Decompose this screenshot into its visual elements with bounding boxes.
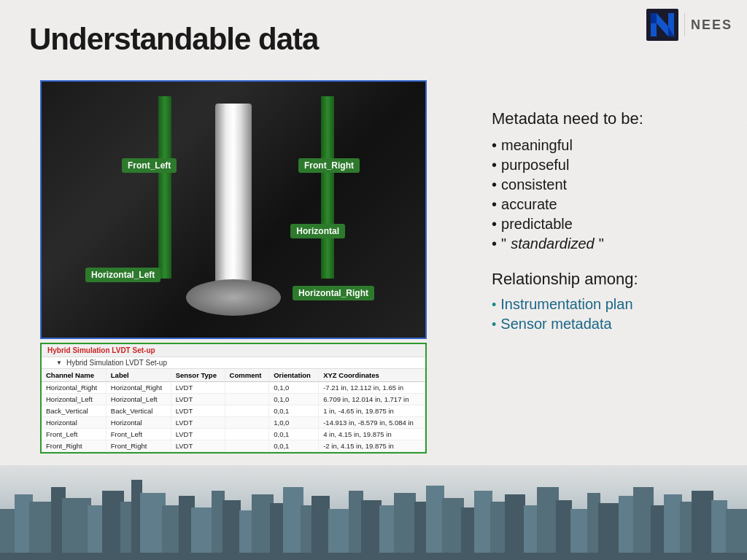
svg-rect-34	[461, 508, 476, 560]
svg-rect-38	[524, 505, 538, 560]
relationship-heading: Relationship among:	[492, 270, 718, 289]
table-cell-5-3	[225, 440, 269, 452]
link-instrumentation[interactable]: • Instrumentation plan	[492, 296, 718, 313]
table-cell-3-5: -14.913 in, -8.579 in, 5.084 in	[319, 417, 425, 429]
table-header-bar: Hybrid Simulation LVDT Set-up	[42, 344, 425, 357]
table-cell-2-0: Back_Vertical	[42, 405, 106, 417]
svg-rect-45	[633, 487, 654, 560]
bullet-dot-4: •	[492, 196, 497, 213]
table-row: Front_LeftFront_LeftLVDT0,0,14 in, 4.15 …	[42, 429, 425, 440]
svg-rect-46	[651, 505, 665, 560]
table-row: Back_VerticalBack_VerticalLVDT0,0,11 in,…	[42, 405, 425, 417]
table-cell-0-0: Horizontal_Right	[42, 382, 106, 394]
bullet-dot-1: •	[492, 137, 497, 154]
actuator-left	[158, 96, 171, 279]
table-row: Horizontal_LeftHorizontal_LeftLVDT0,1,06…	[42, 394, 425, 405]
table-cell-3-1: Horizontal	[106, 417, 171, 429]
table-cell-5-5: -2 in, 4.15 in, 19.875 in	[319, 440, 425, 452]
link-text-instrumentation: Instrumentation plan	[500, 296, 632, 313]
svg-rect-35	[474, 491, 492, 560]
table-header-row: Channel Name Label Sensor Type Comment O…	[42, 369, 425, 382]
svg-rect-37	[505, 494, 525, 560]
label-horizontal-right: Horizontal_Right	[293, 286, 374, 300]
col-comment: Comment	[225, 369, 269, 382]
svg-rect-44	[619, 496, 635, 560]
table-cell-5-2: LVDT	[171, 440, 225, 452]
table-cell-5-0: Front_Right	[42, 440, 106, 452]
bullet-meaningful: • meaningful	[492, 137, 718, 154]
tree-collapse-icon: ▼	[56, 359, 62, 366]
table-cell-3-3	[225, 417, 269, 429]
page-title: Understandable data	[29, 22, 318, 57]
svg-rect-40	[556, 500, 572, 560]
svg-rect-36	[490, 502, 506, 560]
label-horizontal: Horizontal	[290, 224, 345, 238]
table-row: HorizontalHorizontalLVDT1,0,0-14.913 in,…	[42, 417, 425, 429]
table-cell-0-5: -7.21 in, 12.112 in, 1.65 in	[319, 382, 425, 394]
table-cell-0-2: LVDT	[171, 382, 225, 394]
table-row: Front_RightFront_RightLVDT0,0,1-2 in, 4.…	[42, 440, 425, 452]
svg-rect-29	[379, 505, 395, 560]
right-panel: Metadata need to be: • meaningful • purp…	[492, 109, 718, 335]
table-cell-4-0: Front_Left	[42, 429, 106, 440]
table-cell-5-1: Front_Right	[106, 440, 171, 452]
link-dot-2: •	[492, 317, 496, 332]
relationship-link-list: • Instrumentation plan • Sensor metadata	[492, 296, 718, 332]
table-cell-2-4: 0,0,1	[269, 405, 319, 417]
table-cell-4-3	[225, 429, 269, 440]
svg-rect-47	[664, 494, 682, 560]
table-cell-0-4: 0,1,0	[269, 382, 319, 394]
bullet-consistent: • consistent	[492, 176, 718, 193]
bullet-accurate: • accurate	[492, 196, 718, 213]
svg-rect-14	[140, 493, 166, 560]
table-cell-2-3	[225, 405, 269, 417]
table-cell-3-2: LVDT	[171, 417, 225, 429]
svg-rect-51	[726, 509, 747, 560]
table-cell-1-2: LVDT	[171, 394, 225, 405]
logo-divider	[684, 13, 685, 36]
link-text-sensor-metadata: Sensor metadata	[500, 316, 611, 332]
equipment-bg: Front_Left Front_Right Horizontal Horizo…	[42, 82, 425, 338]
svg-rect-7	[29, 502, 55, 560]
link-sensor-metadata[interactable]: • Sensor metadata	[492, 316, 718, 332]
equipment-image: Front_Left Front_Right Horizontal Horizo…	[40, 80, 427, 339]
cylinder-base	[186, 279, 281, 316]
table-row: Horizontal_RightHorizontal_RightLVDT0,1,…	[42, 382, 425, 394]
bullet-predictable: • predictable	[492, 216, 718, 233]
svg-rect-26	[328, 509, 350, 560]
table-cell-1-0: Horizontal_Left	[42, 394, 106, 405]
svg-rect-49	[692, 491, 713, 560]
col-orientation: Orientation	[269, 369, 319, 382]
bullet-text-predictable: predictable	[501, 216, 573, 233]
cylinder	[215, 104, 252, 293]
actuator-right	[321, 96, 334, 279]
label-horizontal-left: Horizontal_Left	[85, 268, 160, 282]
svg-rect-9	[62, 498, 91, 560]
col-label: Label	[106, 369, 171, 382]
svg-rect-32	[426, 486, 444, 560]
bullet-text-purposeful: purposeful	[501, 157, 569, 174]
table-cell-3-0: Horizontal	[42, 417, 106, 429]
svg-rect-50	[711, 500, 727, 560]
bullet-dot-3: •	[492, 176, 497, 193]
logo-area: NEES	[646, 9, 732, 41]
metadata-heading: Metadata need to be:	[492, 109, 718, 128]
bullet-text-meaningful: meaningful	[501, 137, 573, 154]
svg-rect-19	[222, 500, 241, 560]
city-skyline	[0, 465, 747, 560]
svg-rect-31	[414, 502, 427, 560]
svg-rect-25	[311, 496, 330, 560]
svg-rect-17	[191, 508, 213, 560]
table-sub-header: ▼ Hybrid Simulation LVDT Set-up	[42, 357, 425, 369]
logo-text: NEES	[691, 18, 732, 33]
table-cell-4-1: Front_Left	[106, 429, 171, 440]
table-cell-0-3	[225, 382, 269, 394]
svg-rect-33	[442, 498, 464, 560]
bullet-text-accurate: accurate	[501, 196, 557, 213]
svg-rect-52	[0, 553, 747, 560]
table-cell-3-4: 1,0,0	[269, 417, 319, 429]
table-cell-2-1: Back_Vertical	[106, 405, 171, 417]
table-window-title: Hybrid Simulation LVDT Set-up	[47, 346, 155, 354]
table-cell-1-3	[225, 394, 269, 405]
bullet-dot-2: •	[492, 157, 497, 174]
